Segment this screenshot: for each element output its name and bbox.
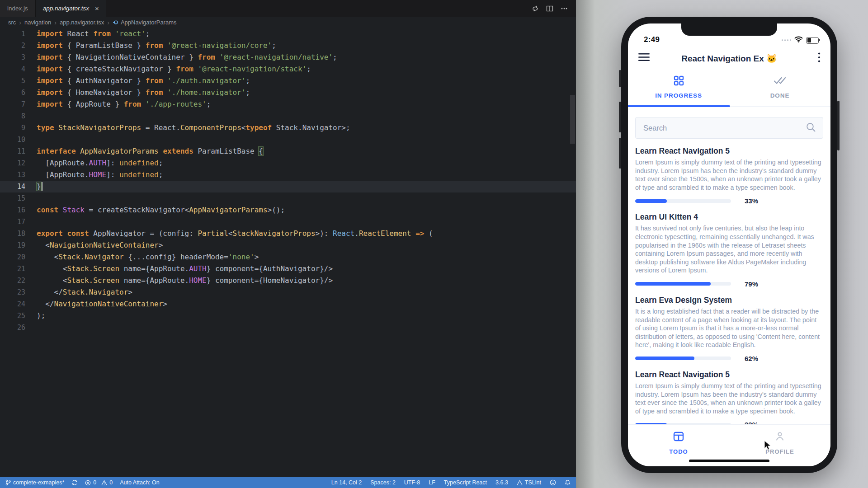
code-line[interactable]: 15 bbox=[0, 192, 576, 204]
task-card[interactable]: Learn Eva Design System It is a long est… bbox=[635, 288, 823, 362]
screenshot-root: index.js app.navigator.tsx × src › bbox=[0, 0, 868, 488]
code-line[interactable]: 26 bbox=[0, 322, 576, 333]
code-line[interactable]: 20 <Stack.Navigator {...config} headerMo… bbox=[0, 251, 576, 263]
code-line[interactable]: 1import React from 'react'; bbox=[0, 28, 576, 40]
feedback-smiley-icon[interactable] bbox=[550, 479, 556, 486]
breadcrumb-item-symbol[interactable]: AppNavigatorParams bbox=[113, 19, 177, 26]
line-number: 15 bbox=[0, 192, 37, 204]
overflow-menu-icon[interactable] bbox=[818, 52, 821, 65]
code-line[interactable]: 3import { NavigationNativeContainer } fr… bbox=[0, 52, 576, 63]
indentation-status[interactable]: Spaces: 2 bbox=[370, 479, 396, 486]
cursor-position-status[interactable]: Ln 14, Col 2 bbox=[331, 479, 362, 486]
code-line[interactable]: 6import { HomeNavigator } from './home.n… bbox=[0, 87, 576, 99]
code-line[interactable]: 23 </Stack.Navigator> bbox=[0, 286, 576, 298]
grid-icon bbox=[673, 75, 684, 88]
task-card[interactable]: Learn React Navigation 5 Lorem Ipsum is … bbox=[635, 362, 823, 428]
desktop-background: 2:49 React Navigation Ex 🐱 bbox=[576, 0, 868, 488]
code-line[interactable]: 8 bbox=[0, 110, 576, 122]
progress-percent: 62% bbox=[745, 355, 758, 362]
tslint-status[interactable]: TSLint bbox=[517, 479, 541, 486]
sync-status[interactable] bbox=[71, 479, 78, 486]
tab-done[interactable]: DONE bbox=[729, 75, 830, 105]
line-number: 8 bbox=[0, 110, 37, 122]
line-number: 2 bbox=[0, 40, 37, 52]
power-button bbox=[837, 101, 840, 150]
task-card[interactable]: Learn React Navigation 5 Lorem Ipsum is … bbox=[635, 139, 823, 205]
line-number: 7 bbox=[0, 99, 37, 110]
line-number: 17 bbox=[0, 216, 37, 228]
breadcrumb-item[interactable]: navigation bbox=[24, 19, 51, 26]
code-line[interactable]: 7import { AppRoute } from './app-routes'… bbox=[0, 99, 576, 110]
code-line[interactable]: 21 <Stack.Screen name={AppRoute.AUTH} co… bbox=[0, 263, 576, 275]
status-time: 2:49 bbox=[644, 35, 660, 44]
breadcrumb-separator-icon: › bbox=[19, 19, 21, 26]
volume-up-button bbox=[619, 102, 621, 132]
task-list: Learn React Navigation 5 Lorem Ipsum is … bbox=[628, 139, 830, 428]
errors-icon bbox=[85, 480, 91, 486]
open-changes-icon[interactable] bbox=[532, 5, 539, 12]
code-line[interactable]: 22 <Stack.Screen name={AppRoute.HOME} co… bbox=[0, 275, 576, 286]
task-description: Lorem Ipsum is simply dummy text of the … bbox=[635, 158, 823, 192]
task-card[interactable]: Learn UI Kitten 4 It has survived not on… bbox=[635, 205, 823, 288]
line-number: 1 bbox=[0, 28, 37, 40]
search-input[interactable] bbox=[642, 123, 806, 133]
progress-percent: 79% bbox=[745, 280, 758, 288]
code-line[interactable]: 24 </NavigationNativeContainer> bbox=[0, 298, 576, 310]
auto-attach-status[interactable]: Auto Attach: On bbox=[120, 479, 160, 486]
breadcrumb-item[interactable]: src bbox=[8, 19, 16, 26]
line-number: 3 bbox=[0, 52, 37, 63]
git-branch-status[interactable]: complete-exmaples* bbox=[5, 479, 64, 486]
split-editor-icon[interactable] bbox=[546, 5, 553, 12]
code-editor[interactable]: 1import React from 'react';2import { Par… bbox=[0, 28, 576, 477]
status-bar: complete-exmaples* 0 0 bbox=[0, 477, 576, 488]
task-description: Lorem Ipsum is simply dummy text of the … bbox=[635, 382, 823, 415]
vscode-editor-pane: index.js app.navigator.tsx × src › bbox=[0, 0, 576, 488]
home-indicator[interactable] bbox=[689, 460, 769, 462]
wifi-icon bbox=[794, 36, 803, 44]
progress-percent: 33% bbox=[745, 197, 758, 205]
tab-app-navigator-tsx[interactable]: app.navigator.tsx × bbox=[36, 0, 106, 17]
code-line[interactable]: 16const Stack = createStackNavigator<App… bbox=[0, 204, 576, 216]
task-title: Learn Eva Design System bbox=[635, 296, 823, 305]
tab-index-js[interactable]: index.js bbox=[0, 0, 36, 17]
problems-status[interactable]: 0 0 bbox=[85, 479, 113, 486]
code-line[interactable]: 19 <NavigationNativeContainer> bbox=[0, 239, 576, 251]
notifications-bell-icon[interactable] bbox=[565, 479, 571, 486]
breadcrumb-item[interactable]: app.navigator.tsx bbox=[60, 19, 104, 26]
more-actions-icon[interactable] bbox=[561, 5, 568, 12]
code-line[interactable]: 13 [AppRoute.HOME]: undefined; bbox=[0, 169, 576, 181]
code-line[interactable]: 5import { AuthNavigator } from './auth.n… bbox=[0, 75, 576, 87]
code-line[interactable]: 25); bbox=[0, 310, 576, 322]
close-tab-icon[interactable]: × bbox=[95, 5, 99, 12]
battery-icon bbox=[806, 37, 819, 44]
git-branch-icon bbox=[5, 479, 11, 486]
tab-label: app.navigator.tsx bbox=[43, 5, 89, 12]
code-line[interactable]: 11interface AppNavigatorParams extends P… bbox=[0, 145, 576, 157]
task-description: It is a long established fact that a rea… bbox=[635, 307, 823, 349]
menu-hamburger-icon[interactable] bbox=[638, 53, 650, 64]
code-line[interactable]: 14} bbox=[0, 181, 576, 192]
search-box[interactable] bbox=[635, 117, 823, 139]
code-line[interactable]: 9type StackNavigatorProps = React.Compon… bbox=[0, 122, 576, 134]
person-icon bbox=[774, 431, 786, 444]
tab-in-progress[interactable]: IN PROGRESS bbox=[628, 75, 729, 105]
code-line[interactable]: 2import { ParamListBase } from '@react-n… bbox=[0, 40, 576, 52]
typescript-version-status[interactable]: 3.6.3 bbox=[495, 479, 508, 486]
code-line[interactable]: 12 [AppRoute.AUTH]: undefined; bbox=[0, 157, 576, 169]
task-progress: 62% bbox=[635, 355, 823, 362]
code-line[interactable]: 18export const AppNavigator = (config: P… bbox=[0, 228, 576, 239]
encoding-status[interactable]: UTF-8 bbox=[404, 479, 420, 486]
code-line[interactable]: 17 bbox=[0, 216, 576, 228]
breadcrumb-separator-icon: › bbox=[54, 19, 57, 26]
language-mode-status[interactable]: TypeScript React bbox=[444, 479, 487, 486]
line-number: 25 bbox=[0, 310, 37, 322]
app-title: React Navigation Ex 🐱 bbox=[628, 53, 830, 64]
editor-scrollbar[interactable] bbox=[570, 95, 575, 144]
code-line[interactable]: 10 bbox=[0, 134, 576, 145]
line-number: 18 bbox=[0, 228, 37, 239]
task-description: It has survived not only five centuries,… bbox=[635, 224, 823, 275]
editor-tab-bar: index.js app.navigator.tsx × bbox=[0, 0, 576, 17]
code-line[interactable]: 4import { createStackNavigator } from '@… bbox=[0, 63, 576, 75]
top-tab-bar: IN PROGRESS DONE bbox=[628, 71, 830, 105]
eol-status[interactable]: LF bbox=[429, 479, 435, 486]
